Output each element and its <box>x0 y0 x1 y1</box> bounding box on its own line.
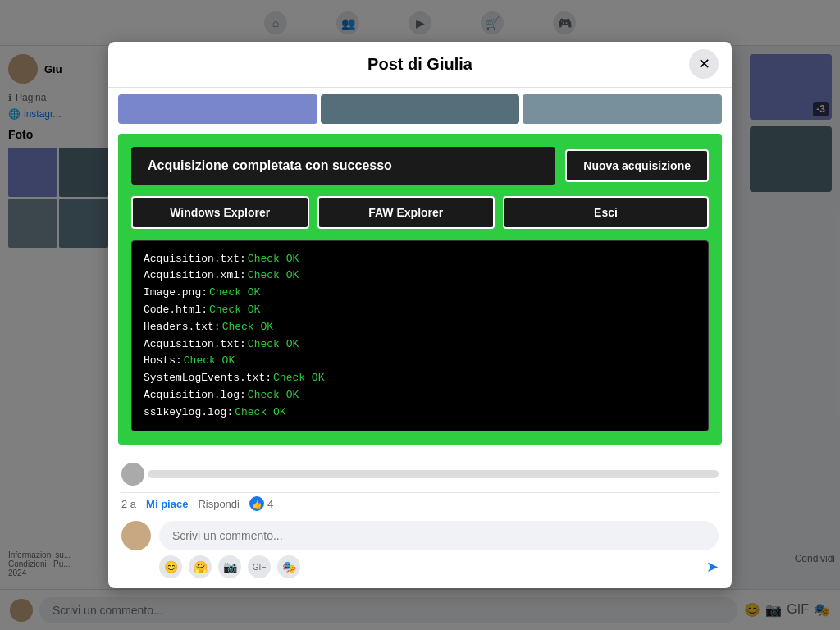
comment-avatar <box>121 521 151 550</box>
post-thumb-3 <box>523 94 722 124</box>
modal-comments: 2 a Mi piace Rispondi 👍 4 😊 🤗 <box>108 454 732 588</box>
modal-close-button[interactable]: ✕ <box>689 49 719 79</box>
post-thumb-1 <box>118 94 317 124</box>
send-button[interactable]: ➤ <box>706 558 719 576</box>
log-entry: Acquisition.xml:Check OK <box>144 267 696 285</box>
small-avatar-1 <box>121 463 144 486</box>
log-status: Check OK <box>248 267 299 285</box>
action-row: Windows Explorer FAW Explorer Esci <box>131 196 709 229</box>
post-images-strip <box>108 88 732 124</box>
log-filename: Image.png: <box>144 285 208 302</box>
btn-windows-explorer[interactable]: Windows Explorer <box>131 196 309 229</box>
log-terminal: Acquisition.txt:Check OKAcquisition.xml:… <box>131 240 709 432</box>
like-count-row: 👍 4 <box>249 496 273 511</box>
log-filename: SystemLogEvents.txt: <box>144 370 272 387</box>
log-filename: Acquisition.txt: <box>144 336 246 354</box>
reaction-like[interactable]: Mi piace <box>146 498 188 510</box>
gif-icon[interactable]: GIF <box>248 555 271 578</box>
status-row: Acquisizione completata con successo Nuo… <box>131 147 709 185</box>
post-thumb-2 <box>321 94 520 124</box>
log-entry: Code.html: Check OK <box>144 302 696 319</box>
camera-icon[interactable]: 📷 <box>218 555 241 578</box>
log-status: Check OK <box>248 336 299 354</box>
log-filename: Acquisition.txt: <box>144 251 246 268</box>
log-entry: Acquisition.log: Check OK <box>144 387 696 404</box>
log-entry: SystemLogEvents.txt: Check OK <box>144 370 696 387</box>
log-status: Check OK <box>184 353 235 370</box>
log-status: Check OK <box>248 251 299 268</box>
status-label: Acquisizione completata con successo <box>131 147 555 185</box>
log-status: Check OK <box>209 285 260 302</box>
log-filename: Code.html: <box>144 302 208 319</box>
log-filename: Hosts: <box>144 353 182 370</box>
btn-nuova-acquisizione[interactable]: Nuova acquisizione <box>565 149 709 182</box>
reaction-row: 2 a Mi piace Rispondi 👍 4 <box>121 492 719 514</box>
comment-input[interactable] <box>159 521 719 550</box>
log-status: Check OK <box>209 302 260 319</box>
modal-backdrop: Post di Giulia ✕ Acquisizione completata… <box>0 0 840 630</box>
comment-input-row <box>121 521 719 550</box>
log-status: Check OK <box>222 319 273 336</box>
log-entry: Acquisition.txt:Check OK <box>144 251 696 268</box>
sticker-icon[interactable]: 🎭 <box>277 555 300 578</box>
log-entry: Image.png: Check OK <box>144 285 696 302</box>
log-status: Check OK <box>248 387 299 404</box>
like-badge: 👍 <box>249 496 264 511</box>
btn-faw-explorer[interactable]: FAW Explorer <box>317 196 495 229</box>
reaction-reply[interactable]: Rispondi <box>198 498 240 510</box>
blurred-comment-text <box>148 470 719 478</box>
log-filename: Acquisition.xml: <box>144 267 246 285</box>
reaction-time: 2 a <box>121 498 136 510</box>
log-status: Check OK <box>273 370 324 387</box>
modal-header: Post di Giulia ✕ <box>108 42 732 88</box>
log-status: Check OK <box>235 404 285 422</box>
log-entry: sslkeylog.log: Check OK <box>144 404 696 422</box>
like-number: 4 <box>267 498 273 510</box>
log-filename: sslkeylog.log: <box>144 404 233 422</box>
log-filename: Acquisition.log: <box>144 387 246 404</box>
log-entry: Headers.txt: Check OK <box>144 319 696 336</box>
green-panel: Acquisizione completata con successo Nuo… <box>118 134 722 445</box>
log-entry: Acquisition.txt: Check OK <box>144 336 696 354</box>
comment-toolbar: 😊 🤗 📷 GIF 🎭 ➤ <box>121 550 719 578</box>
btn-esci[interactable]: Esci <box>503 196 709 229</box>
modal-body: Acquisizione completata con successo Nuo… <box>108 88 732 589</box>
modal-post: Post di Giulia ✕ Acquisizione completata… <box>108 42 732 589</box>
modal-title: Post di Giulia <box>368 55 472 74</box>
blurred-comment-row <box>121 461 719 487</box>
hug-icon[interactable]: 🤗 <box>189 555 212 578</box>
log-entry: Hosts: Check OK <box>144 353 696 370</box>
emoji-icon[interactable]: 😊 <box>159 555 182 578</box>
log-filename: Headers.txt: <box>144 319 221 336</box>
